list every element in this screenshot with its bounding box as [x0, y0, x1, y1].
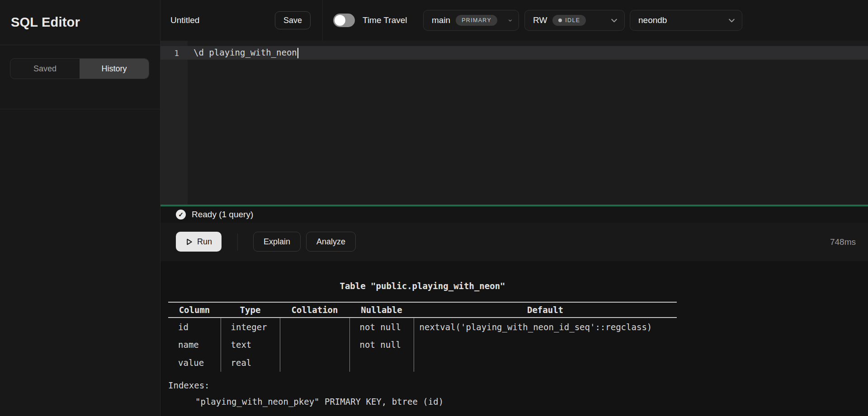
actions-bar: Run Explain Analyze 748ms: [160, 223, 868, 261]
compute-status-text: IDLE: [565, 17, 580, 23]
cell-collation: [280, 354, 349, 372]
topbar-divider: [322, 0, 323, 41]
explain-button[interactable]: Explain: [253, 232, 301, 252]
column-header: Nullable: [349, 302, 414, 318]
compute-name: RW: [533, 15, 547, 25]
sql-editor-app: SQL Editor Saved History Untitled Save T…: [0, 0, 868, 416]
cell-default: [414, 354, 677, 372]
cell-nullable: [349, 354, 414, 372]
idle-status-dot-icon: [558, 19, 562, 22]
line-number: 1: [160, 48, 188, 58]
column-header: Default: [414, 302, 677, 318]
chevron-down-icon: [610, 17, 618, 24]
cell-type: integer: [221, 318, 280, 336]
time-travel-label: Time Travel: [363, 0, 407, 41]
indexes-entry: "playing_with_neon_pkey" PRIMARY KEY, bt…: [195, 397, 443, 407]
time-travel-toggle[interactable]: [333, 14, 355, 27]
cell-column: name: [168, 336, 221, 354]
result-table-title: Table "public.playing_with_neon": [168, 281, 677, 291]
run-button[interactable]: Run: [176, 232, 222, 252]
tab-history[interactable]: History: [80, 59, 149, 79]
branch-dropdown[interactable]: main PRIMARY: [423, 10, 519, 31]
query-duration: 748ms: [830, 223, 856, 261]
editor-code-text: \d playing_with_neon: [188, 47, 298, 58]
result-header-row: Column Type Collation Nullable Default: [168, 302, 677, 318]
saved-history-segmented-control: Saved History: [10, 58, 149, 79]
save-button[interactable]: Save: [275, 11, 311, 29]
chevron-down-icon: [728, 17, 736, 24]
topbar: Untitled Save Time Travel main PRIMARY R…: [160, 0, 868, 41]
status-bar: ✓ Ready (1 query): [160, 206, 868, 223]
check-circle-icon: ✓: [176, 210, 186, 220]
sidebar: SQL Editor Saved History: [0, 0, 160, 416]
editor-active-line[interactable]: 1 \d playing_with_neon: [160, 46, 868, 60]
branch-name: main: [432, 15, 450, 25]
table-row: name text not null: [168, 336, 677, 354]
main-area: Untitled Save Time Travel main PRIMARY R…: [160, 0, 868, 416]
toggle-knob-icon: [335, 15, 345, 26]
sidebar-tabs-section: Saved History: [0, 58, 160, 109]
cell-collation: [280, 336, 349, 354]
table-row: id integer not null nextval('playing_wit…: [168, 318, 677, 336]
actions-divider: [237, 234, 238, 251]
chevron-down-icon: [508, 17, 512, 24]
database-dropdown[interactable]: neondb: [630, 10, 742, 31]
cell-nullable: not null: [349, 336, 414, 354]
analyze-button[interactable]: Analyze: [306, 232, 356, 252]
column-header: Type: [221, 302, 280, 318]
database-name: neondb: [638, 15, 667, 25]
sidebar-header: SQL Editor: [0, 0, 160, 45]
cell-collation: [280, 318, 349, 336]
table-row: value real: [168, 354, 677, 372]
tab-saved[interactable]: Saved: [10, 59, 80, 79]
page-title: SQL Editor: [11, 15, 80, 30]
cell-default: nextval('playing_with_neon_id_seq'::regc…: [414, 318, 677, 336]
cell-type: text: [221, 336, 280, 354]
column-header: Collation: [280, 302, 349, 318]
indexes-label: Indexes:: [168, 380, 210, 390]
query-title: Untitled: [170, 0, 199, 41]
status-text: Ready (1 query): [192, 210, 253, 220]
run-button-label: Run: [197, 237, 212, 247]
cell-type: real: [221, 354, 280, 372]
cell-column: id: [168, 318, 221, 336]
results-panel: Table "public.playing_with_neon" Column …: [160, 261, 868, 416]
editor-gutter: [160, 41, 188, 205]
result-table: Column Type Collation Nullable Default i…: [168, 302, 677, 372]
play-icon: [185, 238, 193, 246]
cell-default: [414, 336, 677, 354]
cell-column: value: [168, 354, 221, 372]
compute-status-badge: IDLE: [552, 15, 586, 26]
branch-primary-badge: PRIMARY: [456, 15, 497, 26]
compute-dropdown[interactable]: RW IDLE: [524, 10, 625, 31]
column-header: Column: [168, 302, 221, 318]
cell-nullable: not null: [349, 318, 414, 336]
code-editor[interactable]: 1 \d playing_with_neon: [160, 41, 868, 205]
text-cursor: [297, 48, 298, 58]
